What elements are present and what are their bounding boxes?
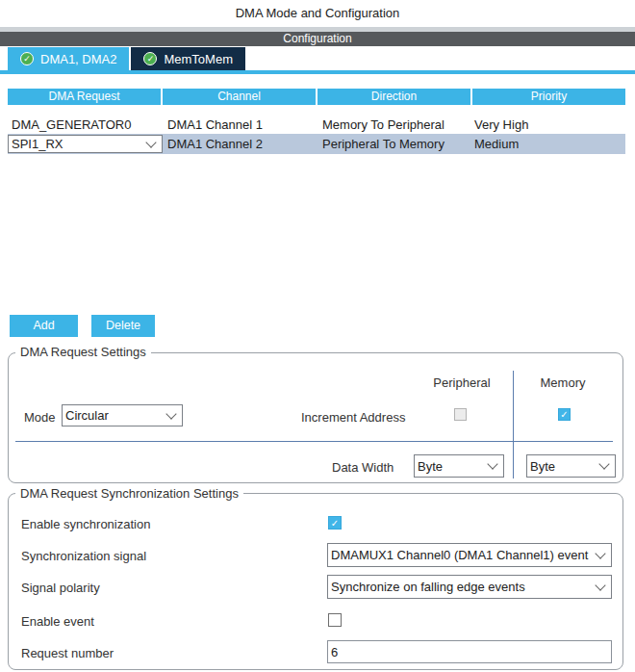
delete-button[interactable]: Delete: [91, 315, 155, 337]
increment-address-label: Increment Address: [301, 410, 405, 425]
request-number-label: Request number: [21, 646, 114, 660]
mode-label: Mode: [24, 410, 56, 425]
column-header-dma-request[interactable]: DMA Request: [8, 89, 161, 105]
enable-sync-label: Enable synchronization: [21, 517, 150, 531]
selected-value: SPI1_RX: [12, 137, 63, 151]
chevron-down-icon: [165, 408, 176, 419]
chevron-down-icon: [145, 137, 156, 147]
dma-request-select[interactable]: SPI1_RX: [8, 135, 163, 153]
selected-value: Byte: [418, 459, 443, 474]
request-number-input[interactable]: [327, 640, 612, 663]
group-legend: DMA Request Settings: [15, 345, 151, 359]
increment-peripheral-checkbox[interactable]: [454, 408, 467, 421]
tab-underline: [0, 70, 635, 74]
tab-dma1-dma2[interactable]: ✓ DMA1, DMA2: [8, 47, 129, 70]
cell-priority[interactable]: Very High: [470, 117, 625, 132]
selected-value: Synchronize on falling edge events: [331, 580, 525, 594]
enable-event-checkbox[interactable]: [328, 613, 342, 627]
group-legend: DMA Request Synchronization Settings: [15, 486, 243, 501]
selected-value: Circular: [65, 408, 109, 423]
table-row[interactable]: DMA_GENERATOR0 DMA1 Channel 1 Memory To …: [8, 115, 625, 134]
memory-column-header: Memory: [524, 375, 601, 390]
selected-value: DMAMUX1 Channel0 (DMA1 Channel1) event: [331, 548, 588, 562]
chevron-down-icon: [595, 580, 605, 590]
row-separator: [15, 441, 613, 442]
tab-label: DMA1, DMA2: [40, 52, 116, 66]
sync-signal-select[interactable]: DMAMUX1 Channel0 (DMA1 Channel1) event: [327, 543, 612, 567]
cell-priority[interactable]: Medium: [470, 137, 625, 151]
signal-polarity-label: Signal polarity: [21, 581, 100, 595]
dma-config-panel: DMA Mode and Configuration Configuration…: [0, 0, 635, 672]
add-button[interactable]: Add: [10, 315, 78, 337]
mode-select[interactable]: Circular: [62, 404, 183, 426]
table-header-row: DMA Request Channel Direction Priority: [8, 89, 625, 105]
cell-channel[interactable]: DMA1 Channel 1: [164, 117, 318, 132]
page-title: DMA Mode and Configuration: [0, 0, 635, 27]
check-badge-icon: ✓: [20, 52, 34, 65]
tab-memtomem[interactable]: ✓ MemToMem: [131, 47, 245, 70]
column-separator: [513, 371, 514, 478]
selected-value: Byte: [530, 459, 555, 474]
signal-polarity-select[interactable]: Synchronize on falling edge events: [327, 575, 612, 599]
enable-event-label: Enable event: [21, 614, 94, 629]
check-badge-icon: ✓: [143, 52, 157, 65]
data-width-memory-select[interactable]: Byte: [526, 454, 616, 478]
sync-signal-label: Synchronization signal: [21, 549, 146, 563]
cell-direction[interactable]: Memory To Peripheral: [318, 117, 470, 132]
data-width-label: Data Width: [332, 460, 394, 475]
column-header-direction[interactable]: Direction: [318, 89, 470, 105]
peripheral-column-header: Peripheral: [419, 375, 505, 390]
chevron-down-icon: [595, 548, 605, 558]
column-header-priority[interactable]: Priority: [472, 89, 625, 105]
increment-memory-checkbox[interactable]: ✓: [558, 408, 571, 421]
chevron-down-icon: [598, 458, 609, 469]
cell-dma-request[interactable]: DMA_GENERATOR0: [8, 117, 164, 132]
section-header: Configuration: [0, 32, 635, 46]
cell-channel[interactable]: DMA1 Channel 2: [164, 137, 318, 151]
column-header-channel[interactable]: Channel: [163, 89, 316, 105]
tab-label: MemToMem: [164, 52, 233, 66]
cell-direction[interactable]: Peripheral To Memory: [318, 137, 470, 151]
enable-sync-checkbox[interactable]: ✓: [328, 516, 342, 530]
chevron-down-icon: [487, 458, 497, 469]
data-width-peripheral-select[interactable]: Byte: [414, 454, 504, 478]
tab-bar: ✓ DMA1, DMA2 ✓ MemToMem: [8, 47, 245, 70]
